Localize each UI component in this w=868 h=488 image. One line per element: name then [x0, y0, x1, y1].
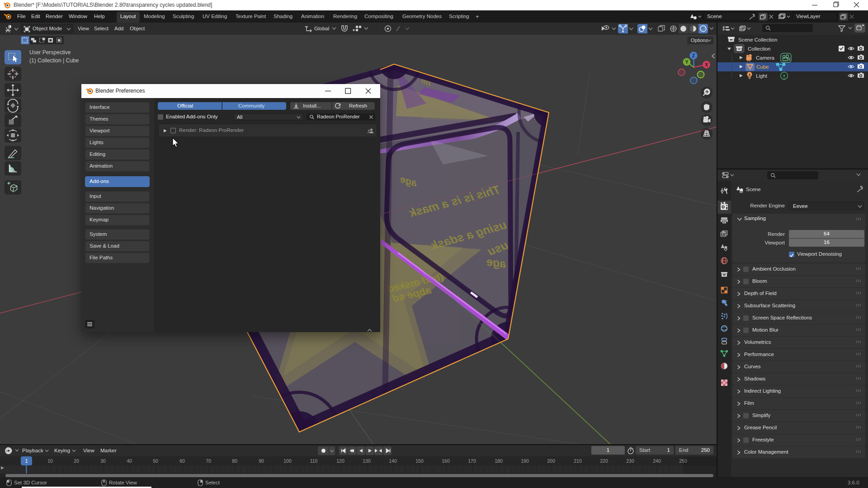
- svg-text:50: 50: [153, 458, 158, 464]
- svg-text:110: 110: [310, 458, 318, 464]
- svg-text:240: 240: [653, 458, 661, 464]
- svg-text:80: 80: [232, 458, 237, 464]
- svg-text:140: 140: [389, 458, 397, 464]
- svg-text:100: 100: [283, 458, 292, 464]
- svg-text:1: 1: [25, 458, 28, 464]
- svg-text:Collection: Collection: [748, 46, 771, 52]
- svg-text:30: 30: [100, 458, 106, 464]
- svg-text:Scene Collection: Scene Collection: [738, 37, 777, 42]
- svg-text:40: 40: [127, 458, 132, 464]
- svg-text:230: 230: [626, 458, 634, 464]
- svg-text:180: 180: [495, 458, 503, 464]
- svg-text:Light: Light: [756, 73, 768, 79]
- svg-text:160: 160: [442, 458, 450, 464]
- svg-text:Cube: Cube: [756, 64, 769, 70]
- svg-text:150: 150: [415, 458, 424, 464]
- svg-text:170: 170: [468, 458, 476, 464]
- svg-text:Camera: Camera: [756, 55, 775, 61]
- svg-text:20: 20: [74, 458, 79, 464]
- svg-text:10: 10: [47, 458, 53, 464]
- svg-text:Y: Y: [685, 60, 689, 65]
- svg-text:60: 60: [179, 458, 185, 464]
- svg-text:130: 130: [363, 458, 371, 464]
- svg-text:Z: Z: [692, 53, 695, 58]
- svg-text:200: 200: [547, 458, 555, 464]
- svg-text:210: 210: [574, 458, 582, 464]
- svg-text:70: 70: [206, 458, 211, 464]
- svg-text:190: 190: [521, 458, 529, 464]
- svg-text:X: X: [705, 62, 708, 67]
- svg-text:90: 90: [259, 458, 264, 464]
- svg-text:220: 220: [600, 458, 608, 464]
- svg-text:120: 120: [336, 458, 344, 464]
